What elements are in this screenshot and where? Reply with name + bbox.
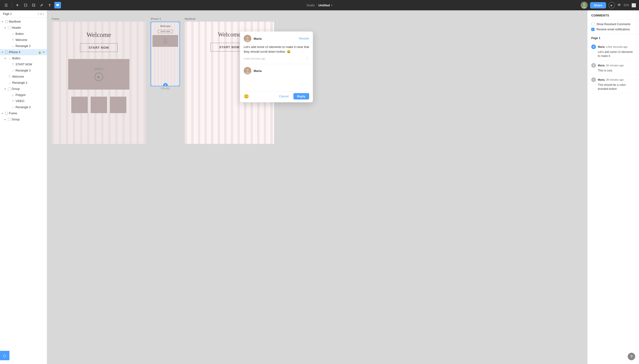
layer-polygon[interactable]: ▷ Polygon xyxy=(0,92,47,98)
layer-rect3b[interactable]: — Rectangle 3 xyxy=(0,104,47,110)
expand-icon: ▾ xyxy=(5,27,7,29)
comment-item-3[interactable]: 3 Maria, a few seconds ago Let's add som… xyxy=(587,42,639,61)
thumb-row-1 xyxy=(71,97,126,113)
breadcrumb-drafts[interactable]: Drafts xyxy=(307,4,315,7)
help-button[interactable]: ? xyxy=(628,353,635,360)
page-count: 1 of 1 xyxy=(38,12,44,15)
emoji-button[interactable]: 🙂 xyxy=(244,94,249,99)
breadcrumb: Drafts / Untitled ▾ xyxy=(307,4,332,7)
shape-tool[interactable] xyxy=(30,2,37,8)
expand-icon: ▾ xyxy=(2,21,4,23)
resolve-button[interactable]: Resolve xyxy=(299,37,309,40)
reply-button[interactable]: Reply xyxy=(293,93,309,100)
iphone-play-circle[interactable]: ▶ xyxy=(164,40,167,44)
comment-tool[interactable] xyxy=(54,2,61,8)
avatar[interactable] xyxy=(581,2,588,9)
frame-size-label: 375×812 xyxy=(161,87,170,90)
menu-icon[interactable]: ☰ xyxy=(3,2,10,8)
comment-badge[interactable]: 3 xyxy=(163,83,168,86)
layer-label: Button xyxy=(12,57,21,60)
rect-icon: — xyxy=(11,106,15,109)
share-button[interactable]: Share xyxy=(590,2,606,8)
reply-username: Maria xyxy=(254,69,262,73)
zoom-control[interactable]: 32% xyxy=(623,4,629,7)
expand-icon: ▾ xyxy=(5,57,7,60)
layer-label: Welcome xyxy=(12,75,24,78)
show-resolved-checkbox[interactable] xyxy=(591,22,594,26)
layer-welcome2[interactable]: T Welcome xyxy=(0,74,47,80)
page-title[interactable]: Untitled xyxy=(318,4,330,7)
comment-item-2[interactable]: 2 Maria, 26 minutes ago This is cool. xyxy=(587,61,639,75)
layer-label: Welcome xyxy=(16,38,27,42)
lock-icon[interactable]: 🔒 xyxy=(38,51,42,54)
layer-label: Rectangle 2 xyxy=(16,44,31,48)
more-options-icon[interactable]: ⬜ xyxy=(631,3,636,8)
layer-macbook[interactable]: ▾ MacBook xyxy=(0,18,47,25)
resize-handle-bl[interactable] xyxy=(151,85,152,86)
iphone-video-label: VIDEO xyxy=(164,38,167,40)
comment-user-2: Maria xyxy=(598,64,605,67)
layer-label: Rectangle 3 xyxy=(16,106,31,109)
email-notif-label: Receive email notifications xyxy=(596,28,630,31)
resize-handle-tr[interactable] xyxy=(179,22,180,23)
frame-label-macbook2: MacBook xyxy=(185,18,196,20)
show-resolved-row[interactable]: Show Resolved Comments xyxy=(591,22,635,26)
iphone-frame[interactable]: Welcome START NOW VIDEO ▶ 3 xyxy=(151,22,180,86)
comment-more-icon[interactable]: ⋮ xyxy=(305,56,309,61)
email-notif-checkbox[interactable]: ✓ xyxy=(591,28,594,31)
email-notif-row[interactable]: ✓ Receive email notifications xyxy=(591,28,635,31)
pen-tool[interactable] xyxy=(38,2,45,8)
comment-badge-2: 2 xyxy=(591,63,596,68)
layer-label: Header xyxy=(12,26,21,30)
frame-tool[interactable] xyxy=(22,2,29,8)
layer-rect3[interactable]: — Rectangle 3 xyxy=(0,68,47,74)
layer-label: Rectangle 2 xyxy=(12,81,27,84)
layer-label: VIDEO xyxy=(16,100,24,103)
layer-tree: ▾ MacBook ▾ Header ◇ Button T Welcome xyxy=(0,18,47,124)
divider xyxy=(12,2,12,8)
cancel-button[interactable]: Cancel xyxy=(276,93,291,100)
frame-wrapper-iphone: iPhone X Welcome START NOW VIDEO ▶ xyxy=(151,18,180,90)
comment-badge-3: 3 xyxy=(591,44,596,49)
macbook-start-btn-1[interactable]: START NOW xyxy=(80,43,118,52)
comment-time-2: 26 minutes ago xyxy=(606,64,624,67)
layer-video[interactable]: T VIDEO xyxy=(0,98,47,104)
canvas-area: Frame Welcome START NOW VIDEO ▶ xyxy=(47,10,587,364)
layer-welcome[interactable]: T Welcome xyxy=(0,37,47,43)
resize-handle-br[interactable] xyxy=(179,85,180,86)
svg-point-7 xyxy=(246,36,249,39)
toolbar-left: ☰ T xyxy=(3,2,61,8)
layer-rect2b[interactable]: — Rectangle 2 xyxy=(0,80,47,86)
comment-user-info: Maria xyxy=(244,35,262,42)
layer-header[interactable]: ▾ Header xyxy=(0,25,47,31)
reply-input[interactable] xyxy=(244,76,309,88)
comment-user-1: Maria xyxy=(598,78,605,81)
macbook-frame-1[interactable]: Welcome START NOW VIDEO ▶ xyxy=(52,22,146,144)
resize-handle-tl[interactable] xyxy=(151,22,152,23)
reply-avatar xyxy=(244,67,251,74)
layer-rectangle2[interactable]: — Rectangle 2 xyxy=(0,43,47,49)
cursor-tool[interactable] xyxy=(14,2,21,8)
title-dropdown-icon[interactable]: ▾ xyxy=(331,4,332,6)
layer-label: Group xyxy=(12,118,20,121)
play-circle-1[interactable]: ▶ xyxy=(95,73,103,81)
main-layout: Page 1 1 of 1 ▾ MacBook ▾ Header ◇ Butto… xyxy=(0,10,639,364)
iphone-welcome: Welcome xyxy=(160,24,171,28)
comment-user-3: Maria xyxy=(598,46,605,48)
iphone-start-btn[interactable]: START NOW xyxy=(158,30,173,33)
visible-icon[interactable]: 👁 xyxy=(42,51,45,54)
layer-iphone-x[interactable]: ▾ iPhone X 🔒 👁 xyxy=(0,49,47,55)
rect-icon: — xyxy=(11,69,15,72)
preview-icon[interactable]: 👁 xyxy=(617,3,621,7)
layer-group2[interactable]: ▸ Group xyxy=(0,116,47,122)
rect-icon: — xyxy=(8,81,11,84)
layer-group[interactable]: ▾ Group xyxy=(0,86,47,92)
layer-button[interactable]: ◇ Button xyxy=(0,31,47,37)
component-icon[interactable]: ◇ xyxy=(0,351,10,360)
text-tool[interactable]: T xyxy=(46,2,53,8)
comment-item-1[interactable]: 1 Maria, 39 minutes ago This should be a… xyxy=(587,75,639,94)
layer-button2[interactable]: ▾ ◇ Button xyxy=(0,55,47,61)
layer-start-now[interactable]: T START NOW xyxy=(0,61,47,68)
preview-button[interactable]: ▶ xyxy=(608,2,615,8)
layer-frame[interactable]: ▸ Frame xyxy=(0,110,47,116)
